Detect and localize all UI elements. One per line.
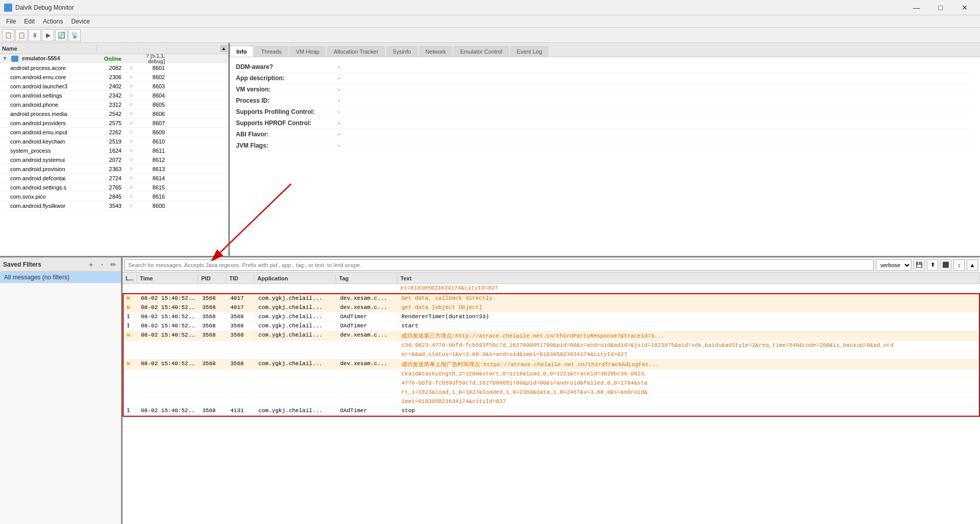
remove-filter-button[interactable]: - (98, 260, 107, 269)
log-app: com.ygkj.chelail... (255, 294, 337, 302)
process-row[interactable]: com.android.phone 2312 ☆ 8605 (0, 100, 228, 109)
log-row[interactable]: c36-9623-4776-bbfd-fcb593f59c7d_16278900… (124, 341, 979, 350)
process-row[interactable]: com.android.flysilkwor 3543 ☆ 8600 (0, 201, 228, 210)
tab-event-log[interactable]: Event Log (510, 46, 549, 57)
log-row[interactable]: rt_1=1823&load_1_0=1827&loaded_1_0=2369&… (124, 388, 979, 397)
close-button[interactable]: ✕ (953, 0, 976, 15)
minimize-button[interactable]: — (905, 0, 928, 15)
menu-actions[interactable]: Actions (39, 17, 67, 26)
info-row: Supports Profiling Control: - (236, 106, 974, 117)
log-up-arrow[interactable]: ▲ (967, 259, 978, 271)
log-level-select[interactable]: verbose debug info warn error assert (876, 259, 912, 271)
process-row[interactable]: com.android.provision 2363 ☆ 8613 (0, 164, 228, 174)
col-tag-header: Tag (336, 274, 397, 282)
proc-name: com.android.systemui (0, 157, 97, 163)
toolbar-btn-2[interactable]: 📋 (15, 29, 28, 41)
log-app: com.ygkj.chelail... (255, 322, 337, 330)
info-row: DDM-aware? - (236, 61, 974, 73)
toolbar-btn-4[interactable]: ▶ (42, 29, 54, 41)
log-row[interactable]: W 08-02 15:40:52.359 3568 4017 com.ygkj.… (124, 303, 979, 313)
process-row[interactable]: android.process.acore 2082 ☆ 8601 (0, 63, 228, 73)
tab-allocation[interactable]: Allocation Tracker (327, 46, 385, 57)
proc-name: android.process.media (0, 111, 97, 117)
proc-pid: 2262 (97, 129, 124, 135)
process-row[interactable]: com.android.emu.input 2262 ☆ 8609 (0, 128, 228, 137)
toolbar-btn-3[interactable]: ⏸ (29, 29, 41, 41)
log-tag (337, 388, 398, 390)
log-app: com.ygkj.chelail... (255, 360, 337, 368)
process-row[interactable]: com.android.settings 2342 ☆ 8604 (0, 91, 228, 100)
process-row[interactable]: com.android.providers 2575 ☆ 8607 (0, 118, 228, 128)
tab-info[interactable]: Info (230, 46, 253, 57)
process-row[interactable]: com.android.emu.core 2306 ☆ 8602 (0, 73, 228, 82)
process-row[interactable]: com.android.systemui 2072 ☆ 8612 (0, 155, 228, 164)
log-row[interactable]: ckaid&taskLength_2=1200&start_0=1218&loa… (124, 370, 979, 379)
process-row[interactable]: com.android.keychain 2519 ☆ 8610 (0, 137, 228, 146)
log-time: 08-02 15:40:52.358 (138, 294, 199, 302)
process-row[interactable]: com.android.launcher3 2402 ☆ 8603 (0, 82, 228, 91)
process-row[interactable]: com.android.defcontai 2724 ☆ 8614 (0, 174, 228, 183)
log-scroll-btn[interactable]: ⬆ (927, 259, 938, 271)
maximize-button[interactable]: □ (929, 0, 952, 15)
log-time: 08-02 15:40:52.359 (138, 303, 199, 312)
menu-device[interactable]: Device (67, 17, 94, 26)
filters-header: Saved Filters + - ✏ (0, 257, 121, 272)
log-level (124, 341, 138, 343)
device-row-root[interactable]: ▼ emulator-5554 Online ? [5.1.1, debug] (0, 54, 228, 63)
proc-icon: ☆ (124, 129, 139, 135)
toolbar-btn-1[interactable]: 📋 (2, 29, 14, 41)
log-level: W (124, 294, 138, 302)
log-row[interactable]: W 08-02 15:40:52.488 3568 3568 com.ygkj.… (124, 331, 979, 341)
menu-file[interactable]: File (2, 17, 20, 26)
log-time (138, 397, 199, 399)
log-row[interactable]: W 08-02 15:40:52.358 3568 4017 com.ygkj.… (124, 294, 979, 303)
proc-pid: 2363 (97, 166, 124, 172)
tab-threads[interactable]: Threads (254, 46, 288, 57)
col-name-header: Name (0, 44, 97, 53)
log-search-input[interactable] (125, 259, 874, 271)
add-filter-button[interactable]: + (86, 260, 95, 269)
log-row[interactable]: imei=010305023634174&cityId=027 (124, 397, 979, 407)
filters-title: Saved Filters (3, 261, 84, 268)
tab-network[interactable]: Network (419, 46, 452, 57)
proc-port: 8605 (139, 102, 167, 108)
log-time (137, 284, 198, 286)
log-row[interactable]: er=0&ad_status=1&v=3.68.0&s=android&imei… (124, 350, 979, 360)
log-row[interactable]: I 08-02 15:40:52.981 3568 4131 com.ygkj.… (124, 407, 979, 416)
filter-item-all[interactable]: All messages (no filters) (0, 272, 121, 283)
menu-edit[interactable]: Edit (20, 17, 39, 26)
log-row[interactable]: ei=010305023634174&cityId=027 (123, 284, 980, 293)
tab-vm-heap[interactable]: VM Heap (290, 46, 326, 57)
log-tag: OAdTimer (337, 313, 398, 321)
list-scroll-up[interactable]: ▲ (220, 45, 227, 52)
proc-pid: 2072 (97, 157, 124, 163)
log-row[interactable]: 4776-bbfd-fcb593f59c7d_1627890051780&pid… (124, 379, 979, 388)
log-row[interactable]: I 08-02 15:40:52.380 3568 3568 com.ygkj.… (124, 313, 979, 322)
log-text: get data [object Object] (398, 303, 979, 312)
log-toggle-btn[interactable]: ↕ (953, 259, 965, 271)
log-scroll[interactable]: ei=010305023634174&cityId=027 W 08-02 15… (123, 284, 980, 524)
info-value: - (338, 131, 340, 138)
log-rows-wrapper: ei=010305023634174&cityId=027 W 08-02 15… (123, 284, 980, 417)
log-pid: 3568 (199, 360, 227, 368)
log-row[interactable]: W 08-02 15:40:52.560 3568 3568 com.ygkj.… (124, 360, 979, 370)
process-row[interactable]: com.android.settings.s 2765 ☆ 8615 (0, 183, 228, 192)
device-name: ▼ emulator-5554 (0, 55, 97, 62)
log-row[interactable]: I 08-02 15:40:52.380 3568 3568 com.ygkj.… (124, 322, 979, 331)
log-save-button[interactable]: 💾 (914, 259, 925, 271)
log-clear-button[interactable]: ⬛ (940, 259, 951, 271)
log-level (123, 284, 137, 286)
proc-icon: ☆ (124, 83, 139, 89)
toolbar-btn-5[interactable]: 🔄 (55, 29, 67, 41)
edit-filter-button[interactable]: ✏ (109, 260, 118, 269)
device-list-scroll[interactable]: ▼ emulator-5554 Online ? [5.1.1, debug] … (0, 54, 228, 256)
process-row[interactable]: com.svox.pico 2845 ☆ 8616 (0, 192, 228, 201)
proc-icon: ☆ (124, 101, 139, 108)
proc-pid: 2724 (97, 175, 124, 181)
process-row[interactable]: android.process.media 2542 ☆ 8606 (0, 109, 228, 118)
tab-sysinfo[interactable]: Sysinfo (386, 46, 418, 57)
process-row[interactable]: system_process 1624 ☆ 8611 (0, 146, 228, 155)
log-time: 08-02 15:40:52.981 (138, 407, 199, 415)
toolbar-btn-6[interactable]: 📡 (68, 29, 81, 41)
tab-emulator[interactable]: Emulator Control (453, 46, 509, 57)
